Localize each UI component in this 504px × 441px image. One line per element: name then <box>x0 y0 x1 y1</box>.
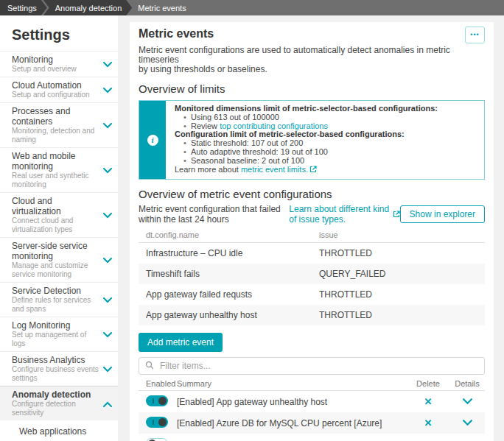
metric-event-limits-link[interactable]: metric event limits. <box>241 165 308 174</box>
breadcrumb-settings[interactable]: Settings <box>0 0 47 15</box>
page-description: Metric event configurations are used to … <box>139 46 485 74</box>
sidebar-item-cloud-virtualization[interactable]: Cloud and virtualization Connect cloud a… <box>0 192 118 237</box>
sidebar-item-label: Cloud and virtualization <box>12 196 100 216</box>
config-name-cell: App gateway failed requsts <box>139 284 312 305</box>
sidebar-item-label: Monitoring <box>12 54 100 65</box>
info-stripe: i <box>139 101 166 179</box>
chevron-down-icon <box>103 163 112 177</box>
column-header-enabled: Enabled <box>139 379 177 388</box>
delete-icon[interactable]: ✕ <box>424 417 433 428</box>
sidebar-item-label: Web and mobile monitoring <box>12 151 100 172</box>
sidebar-item-sublabel: Manage and customize service monitoring <box>12 261 100 279</box>
info-icon: i <box>147 135 158 146</box>
event-summary: [Enabled] App gateway unhealthy host <box>177 397 407 407</box>
chevron-down-icon <box>103 208 112 222</box>
column-header-summary: Summary <box>177 379 407 388</box>
breadcrumb-metric-events: Metric events <box>130 0 196 15</box>
sidebar-item-sublabel: Define rules for services and spans <box>12 296 100 314</box>
sidebar-item-sublabel: Connect cloud and virtualization types <box>12 216 100 234</box>
show-in-explorer-button[interactable]: Show in explorer <box>400 205 485 223</box>
breadcrumb-anomaly-detection[interactable]: Anomaly detection <box>43 0 133 15</box>
events-table-header: Enabled Summary Delete Details <box>139 376 485 391</box>
sidebar-item-label: Service Detection <box>12 286 100 296</box>
auto-adaptive-threshold-usage: Auto adaptive threshold: 19 out of 100 <box>175 148 475 157</box>
sidebar-item-web-mobile-monitoring[interactable]: Web and mobile monitoring Real user and … <box>0 147 118 192</box>
add-metric-event-button[interactable]: Add metric event <box>139 333 223 352</box>
column-header-config-name: dt.config.name <box>139 227 312 243</box>
chevron-down-icon <box>103 362 112 375</box>
column-header-issue: issue <box>312 227 485 243</box>
sidebar-item-monitoring[interactable]: Monitoring Setup and overview <box>0 51 118 77</box>
sidebar-item-label: Anomaly detection <box>12 389 100 400</box>
sidebar-item-sublabel: Setup and configuration <box>12 91 100 99</box>
column-header-delete: Delete <box>407 379 449 388</box>
anomaly-detection-sublist: Web applications Mobile apps Mobile apps… <box>0 420 118 441</box>
sidebar-item-server-side-service[interactable]: Server-side service monitoring Manage an… <box>0 237 118 282</box>
overview-heading: Overview of metric event configurations <box>139 188 485 200</box>
chevron-down-icon[interactable] <box>463 397 472 407</box>
table-row: App gateway unhealthy host THROTTLED <box>139 305 485 325</box>
page-title: Metric events <box>139 27 465 40</box>
sidebar-item-sublabel: Configure business events settings <box>12 365 100 383</box>
search-icon <box>145 359 154 373</box>
delete-icon[interactable]: ✕ <box>424 396 433 407</box>
chevron-down-icon <box>103 293 112 306</box>
enabled-toggle[interactable] <box>146 417 168 428</box>
table-row: Timeshift fails QUERY_FAILED <box>139 264 485 284</box>
limits-heading: Overview of limits <box>139 82 485 95</box>
config-name-cell: Infrastructure – CPU idle <box>139 243 312 264</box>
config-name-cell: App gateway unhealthy host <box>139 305 312 325</box>
learn-more-line: Learn more about metric event limits. <box>175 166 475 175</box>
sidebar-item-mobile-apps[interactable]: Mobile apps <box>0 438 118 441</box>
event-summary: [Enabled] Azure DB for MySQL CPU percent… <box>177 418 407 428</box>
issue-cell: QUERY_FAILED <box>312 264 485 284</box>
chevron-down-icon[interactable] <box>463 418 472 428</box>
chevron-down-icon <box>103 83 112 96</box>
seasonal-baseline-usage: Seasonal baseline: 2 out of 100 <box>175 157 475 166</box>
external-link-icon <box>309 166 317 175</box>
sidebar-item-processes-containers[interactable]: Processes and containers Monitoring, det… <box>0 102 118 147</box>
sidebar-item-service-detection[interactable]: Service Detection Define rules for servi… <box>0 282 118 317</box>
config-name-cell: Timeshift fails <box>139 264 312 284</box>
table-row: [Enabled] App gateway unhealthy host ✕ <box>139 391 485 412</box>
review-prefix: Review <box>191 121 220 130</box>
issue-cell: THROTTLED <box>312 243 485 264</box>
chevron-up-icon <box>103 397 112 410</box>
table-row: [Disabled] Azure DB for MySQL IO percent… <box>139 434 485 441</box>
external-link-icon <box>393 208 400 221</box>
sidebar-item-sublabel: Monitoring, detection and naming <box>12 127 100 144</box>
sidebar-item-business-analytics[interactable]: Business Analytics Configure business ev… <box>0 351 118 386</box>
table-row: [Enabled] Azure DB for MySQL CPU percent… <box>139 412 485 434</box>
sidebar-item-sublabel: Setup and overview <box>12 65 100 74</box>
issue-cell: THROTTLED <box>312 305 485 325</box>
table-row: App gateway failed requsts THROTTLED <box>139 284 485 305</box>
sidebar-item-sublabel: Real user and synthetic monitoring <box>12 172 100 189</box>
chevron-down-icon <box>103 57 112 71</box>
filter-items-input[interactable] <box>160 361 478 371</box>
chevron-down-icon <box>103 253 112 267</box>
settings-sidebar: Settings Monitoring Setup and overview C… <box>0 15 118 441</box>
enabled-toggle[interactable] <box>146 395 168 406</box>
enabled-toggle[interactable] <box>146 438 168 441</box>
metric-events-panel: Metric events ••• Metric event configura… <box>130 22 494 441</box>
sidebar-item-label: Processes and containers <box>12 106 100 127</box>
page-description-line1: Metric event configurations are used to … <box>139 46 485 65</box>
sidebar-item-log-monitoring[interactable]: Log Monitoring Set up management of logs <box>0 317 118 351</box>
sidebar-item-sublabel: Configure detection sensitivity <box>12 400 100 417</box>
monitored-limit-review: Review top contributing configurations <box>175 122 475 131</box>
sidebar-item-cloud-automation[interactable]: Cloud Automation Setup and configuration <box>0 77 118 102</box>
issue-cell: THROTTLED <box>312 284 485 305</box>
sidebar-item-label: Log Monitoring <box>12 320 100 331</box>
breadcrumb: Settings Anomaly detection Metric events <box>0 0 504 15</box>
sidebar-item-label: Server-side service monitoring <box>12 241 100 261</box>
sidebar-item-label: Cloud Automation <box>12 80 100 91</box>
sidebar-item-anomaly-detection[interactable]: Anomaly detection Configure detection se… <box>0 386 118 420</box>
sidebar-item-sublabel: Set up management of logs <box>12 331 100 348</box>
table-row: Infrastructure – CPU idle THROTTLED <box>139 243 485 264</box>
sidebar-title: Settings <box>0 15 118 51</box>
more-menu-button[interactable]: ••• <box>465 27 485 43</box>
sidebar-item-web-applications[interactable]: Web applications <box>0 425 118 438</box>
top-contributing-configurations-link[interactable]: top contributing configurations <box>220 121 328 130</box>
issue-types-link[interactable]: Learn about different kind of issue type… <box>289 204 391 225</box>
sidebar-item-label: Business Analytics <box>12 355 100 365</box>
